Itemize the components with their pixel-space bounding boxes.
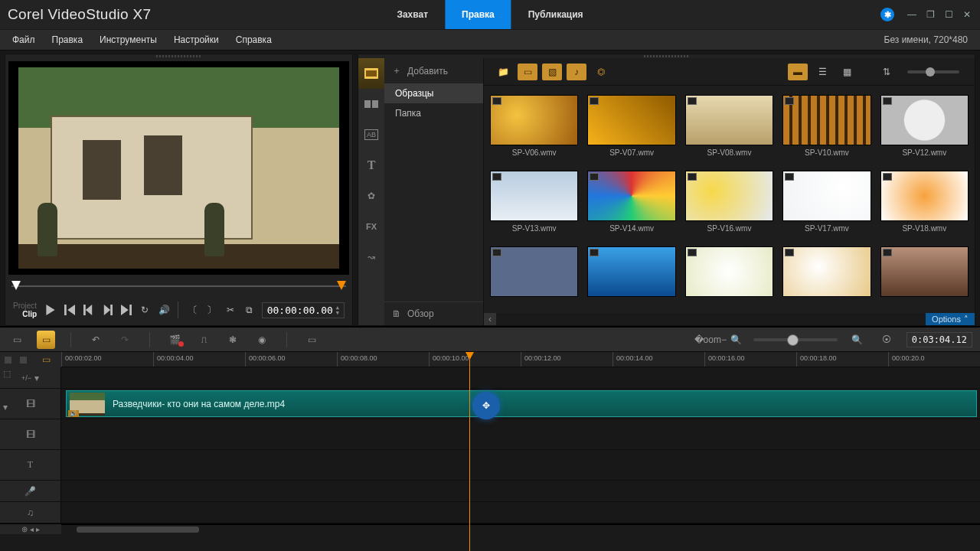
lib-tab-paths[interactable]: ↝ [358,242,384,272]
split-button[interactable]: ✂ [224,302,237,318]
undo-button[interactable]: ↶ [87,331,105,349]
prev-frame-button[interactable] [82,302,95,318]
volume-button[interactable]: 🔊 [158,302,171,318]
overlay-track-icon: 🎞 [26,429,35,440]
lib-tab-graphics[interactable]: ✿ [358,181,384,211]
library-item[interactable] [490,246,578,300]
track-collapse-icon[interactable]: ▾ [3,402,11,412]
timeline-ruler[interactable]: 00:00:02.0000:00:04.0000:00:06.0000:00:0… [61,352,980,367]
scroll-left-button[interactable]: ‹ [484,313,496,325]
preview-timecode[interactable]: 00:00:00.00 ▲▼ [262,302,345,318]
view-grid-button[interactable]: ▦ [837,64,857,80]
lib-tab-transitions[interactable] [358,89,384,119]
lib-tab-titles[interactable]: T [358,150,384,181]
menu-tools[interactable]: Инструменты [100,34,157,45]
fit-project-button[interactable]: ⦿ [877,331,896,349]
music-track-icon: ♫ [27,507,34,518]
menu-settings[interactable]: Настройки [174,34,219,45]
enlarge-button[interactable]: ⧉ [243,302,256,318]
library-item[interactable]: SP-V18.wmv [880,171,969,233]
audio-mixer-button[interactable]: ⎍ [194,331,213,349]
library-item[interactable] [880,246,969,300]
options-button[interactable]: Options˄ [926,313,975,325]
project-duration[interactable]: 0:03:04.12 [906,332,972,347]
folder-samples[interactable]: Образцы [384,83,483,103]
library-item[interactable]: SP-V13.wmv [490,171,578,233]
storyboard-view-button[interactable]: ▭ [8,331,26,349]
media-type-icon [590,173,599,181]
library-item[interactable]: SP-V16.wmv [685,171,773,233]
view-single-button[interactable]: ▬ [788,64,808,80]
add-folder-button[interactable]: ＋Добавить [384,58,483,83]
playhead[interactable] [469,352,470,551]
zoom-in-button[interactable]: 🔍 [848,331,867,349]
timeline-clip[interactable]: Разведчики- кто они на самом деле.mp4 ✥ [66,390,977,417]
repeat-button[interactable]: ↻ [139,302,152,318]
timeline-view-button[interactable]: ▭ [37,331,55,349]
minimize-button[interactable]: — [906,9,917,20]
go-start-button[interactable] [64,302,77,318]
zoom-slider[interactable] [753,338,838,341]
close-button[interactable]: ✕ [962,9,972,20]
thumb-size-slider[interactable] [907,70,959,73]
track-lock-icon[interactable]: ⬚ [3,369,11,379]
subtitle-button[interactable]: ▭ [302,331,321,349]
record-button[interactable]: 🎬 [165,331,184,349]
library-item[interactable] [587,246,675,300]
preview-mode-label[interactable]: Project Clip [13,302,37,318]
library-item[interactable] [685,246,773,300]
preview-window[interactable] [8,61,349,275]
motion-track-button[interactable]: ◉ [253,331,271,349]
folder-custom[interactable]: Папка [384,103,483,123]
sort-button[interactable]: ⇅ [877,64,897,80]
library-item[interactable]: SP-V17.wmv [782,171,871,233]
track-manager-button[interactable]: ▭ [31,352,61,367]
help-icon[interactable]: ✱ [880,8,894,21]
filter-video-button[interactable]: ▭ [518,64,537,80]
lib-tab-media[interactable] [358,58,384,89]
menu-help[interactable]: Справка [236,34,272,45]
h-scrollbar[interactable] [77,527,199,533]
lib-tab-title-templates[interactable]: AB [358,119,384,150]
view-list-button[interactable]: ☰ [812,64,832,80]
library-item[interactable]: SP-V10.wmv [782,95,871,157]
go-end-button[interactable] [120,302,133,318]
library-item[interactable] [782,246,871,300]
maximize-button[interactable]: ☐ [943,9,954,20]
filter-audio-button[interactable]: ♪ [567,64,586,80]
mark-out-button[interactable]: 〕 [205,302,218,318]
ruler-toggle-button[interactable] [0,352,31,367]
step-capture[interactable]: Захват [380,0,445,29]
library-item[interactable]: SP-V14.wmv [587,171,675,233]
title-track-head[interactable]: T [0,450,61,480]
step-edit[interactable]: Правка [445,0,511,29]
filter-photo-button[interactable]: ▧ [542,64,562,80]
play-button[interactable] [44,302,57,318]
add-track-button[interactable]: ⊕ ◂ ▸ [0,524,61,534]
menu-file[interactable]: Файл [12,34,35,45]
import-button[interactable]: 📁 [493,64,513,80]
lib-tab-filters[interactable]: FX [358,211,384,242]
music-track-head[interactable]: ♫ [0,502,61,523]
overlay-track-head[interactable]: 🎞 [0,419,61,449]
next-frame-button[interactable] [101,302,114,318]
step-share[interactable]: Публикация [511,0,600,29]
filter-instant-button[interactable]: ⏣ [591,64,611,80]
mark-in-handle[interactable] [11,281,21,290]
restore-button[interactable]: ❐ [925,9,936,20]
library-item[interactable]: SP-V08.wmv [685,95,773,157]
panel-grip[interactable] [5,54,352,58]
mark-in-button[interactable]: 〔 [186,302,199,318]
zoom-out-button[interactable]: 🔍 [730,331,743,349]
zoom-out-button[interactable]: �oom− [701,331,720,349]
library-item[interactable]: SP-V06.wmv [490,95,578,157]
auto-music-button[interactable]: ❃ [224,331,242,349]
voice-track-head[interactable]: 🎤 [0,481,61,501]
preview-scrubber[interactable] [11,281,346,292]
redo-button[interactable]: ↷ [116,331,134,349]
mark-out-handle[interactable] [337,281,346,290]
library-item[interactable]: SP-V12.wmv [880,95,969,157]
browse-button[interactable]: 🗎Обзор [384,302,483,325]
library-item[interactable]: SP-V07.wmv [587,95,675,157]
menu-edit[interactable]: Правка [52,34,83,45]
